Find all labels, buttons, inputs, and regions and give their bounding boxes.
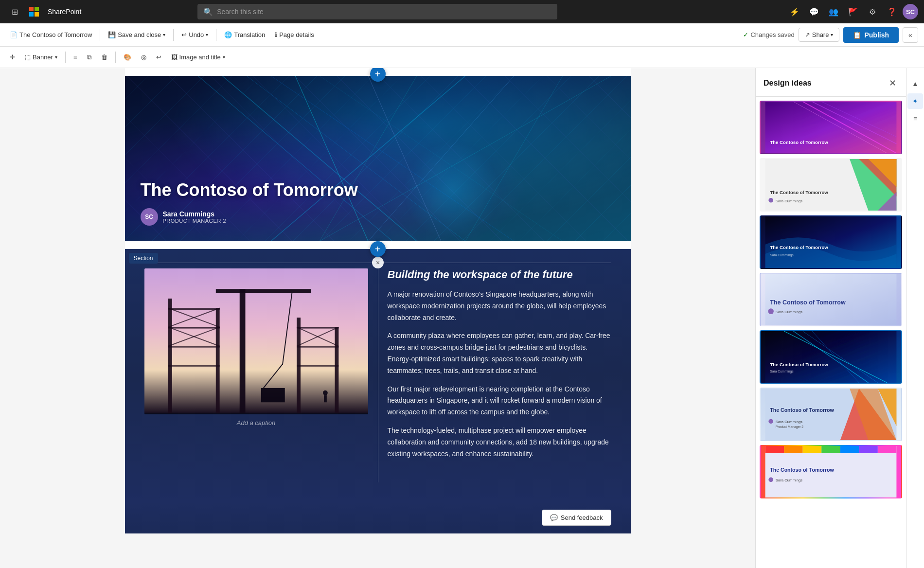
page-details-button[interactable]: ℹ Page details (271, 28, 318, 41)
thumb-6-preview: The Contoso of Tomorrow Sara Cummings Pr… (761, 389, 901, 440)
share-button[interactable]: ↗ Share ▾ (799, 28, 840, 42)
svg-rect-76 (803, 446, 822, 453)
translation-button[interactable]: 🌐 Translation (220, 28, 269, 41)
svg-rect-28 (297, 318, 301, 413)
add-section-middle-button[interactable]: + (370, 241, 386, 257)
svg-rect-79 (859, 446, 878, 453)
people-icon-button[interactable]: 👥 (825, 3, 842, 20)
svg-text:Sara Cummings: Sara Cummings (770, 370, 794, 373)
top-navigation: ⊞ SharePoint 🔍 ⚡ 💬 👥 🚩 ⚙ ❓ SC (0, 0, 924, 23)
content-section: Section × (125, 249, 631, 502)
save-close-button[interactable]: 💾 Save and close ▾ (104, 28, 169, 41)
design-ideas-panel: Design ideas ✕ (755, 68, 906, 568)
undo-button[interactable]: ↩ Undo ▾ (178, 28, 212, 41)
design-thumb-3[interactable]: The Contoso of Tomorrow Sara Cummings (760, 215, 902, 269)
article-heading: Building the workspace of the future (388, 268, 611, 281)
svg-point-70 (768, 419, 773, 424)
image-caption[interactable]: Add a caption (237, 419, 276, 426)
svg-rect-27 (261, 388, 284, 402)
settings-icon-button[interactable]: ⚙ (864, 3, 881, 20)
side-icon-3[interactable]: ≡ (907, 111, 923, 126)
design-thumb-1[interactable]: The Contoso of Tomorrow (760, 101, 902, 154)
banner-chevron-icon: ▾ (55, 54, 57, 60)
image-title-icon: 🖼 (171, 53, 178, 61)
microsoft-logo (27, 5, 41, 18)
svg-rect-29 (335, 327, 338, 413)
save-icon: 💾 (108, 31, 116, 38)
svg-point-82 (768, 478, 773, 482)
design-thumb-6[interactable]: The Contoso of Tomorrow Sara Cummings Pr… (760, 388, 902, 441)
author-avatar: SC (141, 208, 158, 226)
svg-text:Sara Cummings: Sara Cummings (776, 310, 802, 314)
search-input[interactable] (217, 8, 551, 16)
delete-button[interactable]: 🗑 (97, 51, 111, 63)
focus-button[interactable]: ◎ (137, 51, 150, 63)
close-design-panel-button[interactable]: ✕ (887, 76, 898, 90)
duplicate-button[interactable]: ⧉ (83, 51, 95, 64)
design-button[interactable]: 🎨 (120, 51, 135, 63)
section-label: Section (129, 253, 158, 264)
author-role: PRODUCT MANAGER 2 (163, 218, 227, 224)
chat-icon-button[interactable]: 💬 (805, 3, 823, 20)
svg-rect-31 (297, 346, 338, 348)
design-ideas-icon-button[interactable]: ✦ (907, 93, 923, 109)
user-avatar[interactable]: SC (903, 4, 918, 19)
close-divider-button[interactable]: × (372, 257, 384, 268)
svg-text:The Contoso of Tomorrow: The Contoso of Tomorrow (770, 299, 846, 306)
site-name-label: The Contoso of Tomorrow (19, 31, 92, 38)
page-title: The Contoso of Tomorrow (141, 180, 358, 200)
article-paragraph-3: Our first major redevelopment is nearing… (388, 384, 611, 418)
move-button[interactable]: ✛ (6, 51, 19, 63)
svg-rect-80 (878, 446, 897, 453)
send-feedback-button[interactable]: 💬 Send feedback (542, 510, 611, 526)
thumb-3-preview: The Contoso of Tomorrow Sara Cummings (761, 216, 901, 268)
page-details-icon: ℹ (275, 31, 277, 38)
banner-section[interactable]: The Contoso of Tomorrow SC Sara Cummings… (125, 76, 631, 241)
design-thumb-5[interactable]: The Contoso of Tomorrow Sara Cummings (760, 330, 902, 384)
translation-icon: 🌐 (224, 31, 232, 38)
lightning-icon-button[interactable]: ⚡ (786, 3, 803, 20)
side-icon-1[interactable]: ▲ (907, 76, 923, 91)
design-thumb-4[interactable]: The Contoso of Tomorrow Sara Cummings (760, 273, 902, 326)
design-thumb-2[interactable]: The Contoso of Tomorrow Sara Cummings (760, 158, 902, 212)
author-row: SC Sara Cummings PRODUCT MANAGER 2 (141, 208, 358, 226)
search-icon: 🔍 (203, 7, 213, 17)
properties-button[interactable]: ≡ (70, 51, 81, 63)
search-bar[interactable]: 🔍 (197, 4, 557, 19)
design-thumb-7[interactable]: The Contoso of Tomorrow Sara Cummings (760, 445, 902, 498)
site-name-breadcrumb[interactable]: 📄 The Contoso of Tomorrow (6, 28, 96, 41)
undo-icon: ↩ (181, 31, 187, 38)
svg-rect-15 (168, 308, 219, 310)
share-icon: ↗ (805, 31, 810, 38)
left-column: Add a caption (144, 268, 368, 482)
edit-sep-2 (115, 52, 116, 63)
toolbar-separator-2 (173, 29, 174, 41)
publish-button[interactable]: 📋 Publish (843, 27, 899, 43)
undo-edit-button[interactable]: ↩ (152, 51, 165, 63)
save-dropdown-icon: ▾ (163, 32, 165, 37)
collapse-button[interactable]: « (903, 27, 918, 43)
thumb-2-preview: The Contoso of Tomorrow Sara Cummings (761, 159, 901, 211)
page-content: + (125, 68, 631, 533)
changes-saved-status: ✓ Changes saved (743, 31, 794, 38)
image-and-title-button[interactable]: 🖼 Image and title ▾ (167, 51, 229, 63)
page-canvas[interactable]: + (0, 68, 755, 568)
help-icon-button[interactable]: ❓ (883, 3, 901, 20)
svg-text:The Contoso of Tomorrow: The Contoso of Tomorrow (770, 190, 828, 195)
banner-dropdown-button[interactable]: ⬚ Banner ▾ (21, 51, 61, 63)
share-dropdown-icon: ▾ (831, 32, 833, 37)
page-icon: 📄 (10, 31, 18, 38)
flag-icon-button[interactable]: 🚩 (844, 3, 862, 20)
svg-text:Sara Cummings: Sara Cummings (776, 478, 802, 482)
waffle-menu-button[interactable]: ⊞ (6, 3, 23, 20)
construction-image[interactable] (144, 268, 368, 414)
thumb-4-preview: The Contoso of Tomorrow Sara Cummings (761, 274, 901, 325)
svg-text:The Contoso of Tomorrow: The Contoso of Tomorrow (770, 467, 834, 473)
svg-rect-78 (840, 446, 859, 453)
nav-icons: ⚡ 💬 👥 🚩 ⚙ ❓ SC (786, 3, 918, 20)
svg-rect-24 (215, 289, 311, 293)
svg-rect-23 (239, 289, 245, 412)
svg-text:The Contoso of Tomorrow: The Contoso of Tomorrow (770, 140, 828, 145)
author-info: Sara Cummings PRODUCT MANAGER 2 (163, 210, 227, 224)
toolbar-right: ✓ Changes saved ↗ Share ▾ 📋 Publish « (743, 27, 918, 43)
